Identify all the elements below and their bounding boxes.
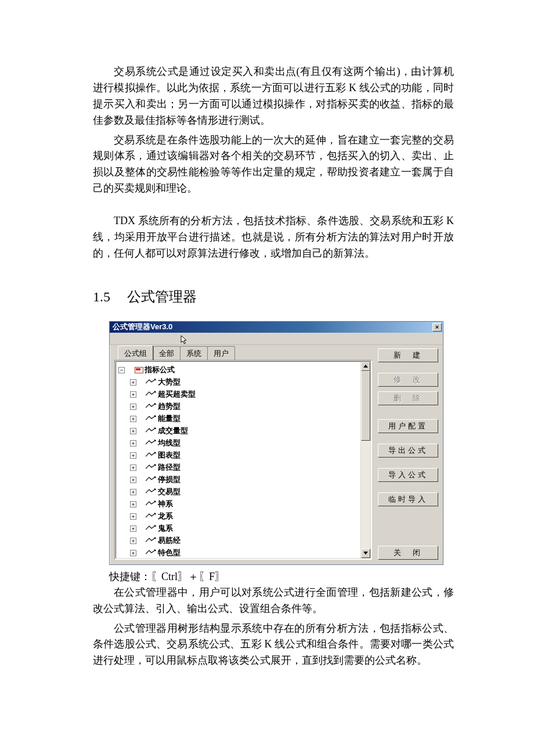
tree-item[interactable]: +超买超卖型	[118, 388, 368, 400]
expand-icon[interactable]: +	[130, 465, 136, 471]
scroll-thumb[interactable]	[361, 371, 370, 441]
scroll-up-icon[interactable]	[361, 362, 370, 371]
scrollbar[interactable]	[360, 362, 370, 558]
tree-item[interactable]: +神系	[118, 498, 368, 510]
delete-button[interactable]: 删 除	[378, 391, 438, 405]
indicator-icon	[146, 476, 156, 482]
indicator-icon	[146, 391, 156, 397]
expand-icon[interactable]: +	[130, 501, 136, 507]
section-number: 1.5	[93, 289, 124, 305]
close-icon[interactable]: ×	[432, 323, 442, 332]
tree-item[interactable]: +龙系	[118, 510, 368, 522]
tab-bar: 公式组 全部 系统 用户	[114, 347, 372, 360]
section-title: 公式管理器	[127, 289, 197, 304]
tree-item[interactable]: +停损型	[118, 473, 368, 485]
tree-item[interactable]: +易筋经	[118, 534, 368, 546]
expand-icon[interactable]: +	[130, 550, 136, 556]
tab-system[interactable]: 系统	[180, 346, 208, 360]
titlebar[interactable]: 公式管理器Ver3.0 ×	[110, 322, 443, 333]
tab-all[interactable]: 全部	[153, 346, 181, 360]
expand-icon[interactable]: +	[130, 379, 136, 386]
expand-icon[interactable]: +	[130, 513, 136, 520]
export-formula-button[interactable]: 导出公式	[378, 444, 438, 458]
indicator-icon	[146, 501, 156, 506]
formula-manager-dialog: 公式管理器Ver3.0 × 公式组 全部 系统 用户	[109, 321, 443, 565]
tree-item[interactable]: +交易型	[118, 485, 368, 498]
new-button[interactable]: 新 建	[378, 348, 438, 362]
expand-icon[interactable]: +	[130, 404, 136, 410]
indicator-icon	[146, 513, 156, 519]
indicator-icon	[146, 452, 156, 458]
tree-item[interactable]: +均线型	[118, 437, 368, 449]
folder-icon	[135, 366, 143, 373]
indicator-icon	[146, 464, 156, 470]
tab-user[interactable]: 用户	[207, 346, 235, 360]
expand-icon[interactable]: +	[130, 391, 136, 398]
expand-icon[interactable]: +	[130, 452, 136, 459]
indicator-icon	[146, 549, 156, 555]
scroll-down-icon[interactable]	[361, 549, 370, 558]
collapse-icon[interactable]: −	[118, 367, 125, 373]
intro-paragraph-1: 交易系统公式是通过设定买入和卖出点(有且仅有这两个输出)，由计算机进行模拟操作。…	[93, 64, 454, 129]
intro-paragraph-2: 交易系统是在条件选股功能上的一次大的延伸，旨在建立一套完整的交易规则体系，通过该…	[93, 132, 454, 197]
indicator-icon	[146, 537, 156, 543]
cursor-icon	[181, 335, 189, 345]
tree-item[interactable]: +鬼系	[118, 522, 368, 534]
after-paragraph-2: 公式管理器用树形结构显示系统中存在的所有分析方法，包括指标公式、条件选股公式、交…	[93, 621, 454, 669]
indicator-icon	[146, 403, 156, 409]
expand-icon[interactable]: +	[130, 477, 136, 483]
tab-formula-group[interactable]: 公式组	[118, 345, 153, 360]
shortcut-caption: 快捷键：〖Ctrl〗＋〖F〗	[109, 570, 454, 584]
indicator-icon	[146, 440, 156, 445]
intro-paragraph-3: TDX 系统所有的分析方法，包括技术指标、条件选股、交易系统和五彩 K 线，均采…	[93, 213, 454, 262]
import-formula-button[interactable]: 导入公式	[378, 468, 438, 482]
indicator-icon	[146, 525, 156, 531]
expand-icon[interactable]: +	[130, 428, 136, 434]
menubar-blank	[110, 333, 443, 345]
expand-icon[interactable]: +	[130, 489, 136, 495]
indicator-icon	[146, 379, 156, 384]
indicator-icon	[146, 488, 156, 494]
expand-icon[interactable]: +	[130, 525, 136, 532]
indicator-icon	[146, 427, 156, 433]
temp-import-button[interactable]: 临时导入	[378, 492, 438, 506]
tree-item[interactable]: +大势型	[118, 376, 368, 388]
user-config-button[interactable]: 用户配置	[378, 419, 438, 433]
tree-root-indicator-formula[interactable]: − 指标公式	[118, 363, 368, 376]
expand-icon[interactable]: +	[130, 440, 136, 447]
dialog-title: 公式管理器Ver3.0	[113, 322, 172, 332]
tree-item[interactable]: +路径型	[118, 461, 368, 473]
tree-item[interactable]: +能量型	[118, 412, 368, 424]
indicator-icon	[146, 415, 156, 421]
tree-item[interactable]: +趋势型	[118, 400, 368, 412]
tree-item[interactable]: +成交量型	[118, 424, 368, 437]
tree-panel[interactable]: − 指标公式 +大势型 +超买超卖型 +趋势型 +能量型 +成交量型 +	[114, 360, 372, 560]
after-paragraph-1: 在公式管理器中，用户可以对系统公式进行全面管理，包括新建公式，修改公式算法、引入…	[93, 585, 454, 617]
close-button[interactable]: 关 闭	[378, 546, 438, 560]
expand-icon[interactable]: +	[130, 538, 136, 544]
section-heading: 1.5 公式管理器	[93, 287, 454, 306]
tree-item[interactable]: +特色型	[118, 546, 368, 559]
expand-icon[interactable]: +	[130, 416, 136, 422]
tree-item[interactable]: +图表型	[118, 449, 368, 461]
edit-button[interactable]: 修 改	[378, 373, 438, 387]
